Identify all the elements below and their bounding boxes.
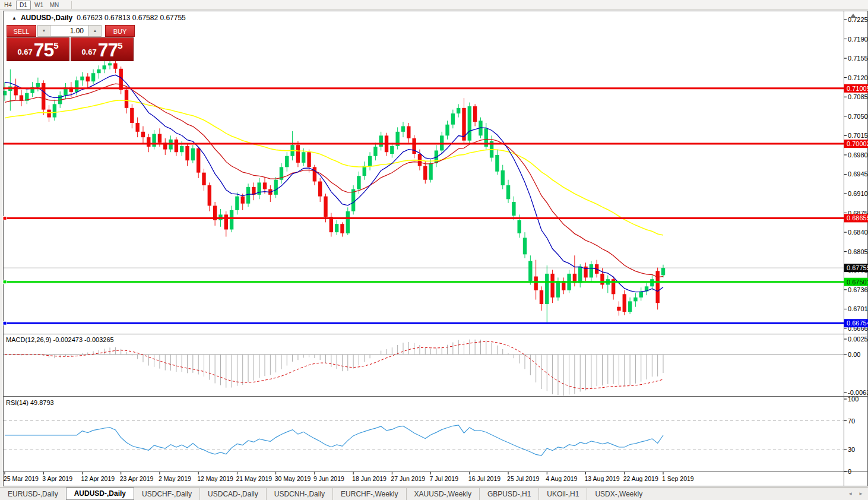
volume-input[interactable] — [50, 25, 88, 37]
timeframe-toolbar: H4 D1 W1 MN — [0, 0, 868, 10]
buy-price-box[interactable]: 0.67 77 5 — [71, 37, 134, 61]
chart-symbol-label: AUDUSD-,Daily — [21, 14, 72, 22]
svg-text:0.71900: 0.71900 — [848, 36, 868, 43]
macd-indicator-label: MACD(12,26,9) -0.002473 -0.003265 — [6, 336, 114, 343]
buy-price-prefix: 0.67 — [81, 46, 96, 59]
svg-text:0: 0 — [848, 468, 851, 475]
buy-price-big: 77 — [98, 41, 118, 59]
svg-text:22 Aug 2019: 22 Aug 2019 — [623, 475, 658, 482]
svg-text:25 Jul 2019: 25 Jul 2019 — [507, 475, 539, 482]
chart-tab[interactable]: GBPUSD-,H1 — [479, 488, 538, 500]
sell-price-big: 75 — [34, 41, 54, 59]
svg-text:0.70150: 0.70150 — [848, 132, 868, 139]
chart-tab[interactable]: USDCHF-,Daily — [134, 488, 199, 500]
svg-text:21 May 2019: 21 May 2019 — [236, 475, 272, 482]
svg-text:12 Apr 2019: 12 Apr 2019 — [81, 475, 115, 482]
svg-text:2 May 2019: 2 May 2019 — [159, 475, 191, 482]
svg-text:0.67010: 0.67010 — [848, 305, 868, 312]
tab-scroll-controls: ◄ ► — [848, 491, 863, 496]
svg-text:0.68050: 0.68050 — [848, 248, 868, 255]
svg-text:27 Jun 2019: 27 Jun 2019 — [391, 475, 425, 482]
rsi-indicator-label: RSI(14) 49.8793 — [6, 399, 54, 406]
svg-text:0.67501: 0.67501 — [847, 279, 868, 286]
svg-text:0.69450: 0.69450 — [848, 170, 868, 178]
chart-tab-bar: EURUSD-,DailyAUDUSD-,DailyUSDCHF-,DailyU… — [0, 487, 868, 500]
svg-text:0.71005: 0.71005 — [847, 85, 868, 92]
chart-canvas[interactable]: 0.722500.719000.715500.712000.708500.705… — [0, 0, 868, 500]
chart-tab[interactable]: USDCNH-,Daily — [266, 488, 332, 500]
chart-ohlc-values: 0.67623 0.67813 0.67582 0.67755 — [77, 14, 186, 22]
svg-text:25 Mar 2019: 25 Mar 2019 — [4, 475, 39, 482]
svg-text:30: 30 — [848, 446, 855, 453]
price-axis-badge: 0.67755 — [844, 264, 868, 272]
tab-scroll-left-icon[interactable]: ◄ — [848, 491, 853, 496]
svg-text:23 Apr 2019: 23 Apr 2019 — [120, 475, 154, 482]
svg-text:1 Sep 2019: 1 Sep 2019 — [662, 475, 694, 482]
svg-text:0.71200: 0.71200 — [848, 74, 868, 81]
chart-tab[interactable]: UKOil-,H1 — [538, 488, 587, 500]
svg-text:0.70850: 0.70850 — [848, 93, 868, 100]
svg-text:0.00: 0.00 — [848, 351, 860, 358]
sell-price-prefix: 0.67 — [17, 46, 32, 59]
svg-text:0.66754: 0.66754 — [847, 319, 868, 327]
timeframe-button-mn[interactable]: MN — [47, 1, 62, 10]
svg-text:9 Jun 2019: 9 Jun 2019 — [313, 475, 344, 482]
svg-text:18 Jun 2019: 18 Jun 2019 — [352, 475, 387, 482]
toolbar-separator — [71, 1, 72, 9]
price-axis-badge: 0.71005 — [844, 84, 868, 93]
volume-increase-icon[interactable]: ▲ — [88, 25, 102, 37]
svg-text:0.70002: 0.70002 — [847, 140, 868, 147]
svg-text:16 Jul 2019: 16 Jul 2019 — [468, 475, 500, 482]
timeframe-button-w1[interactable]: W1 — [31, 1, 46, 10]
svg-text:7 Jul 2019: 7 Jul 2019 — [430, 475, 459, 482]
svg-text:100: 100 — [848, 395, 859, 403]
svg-text:3 Apr 2019: 3 Apr 2019 — [42, 475, 72, 482]
timeframe-button-h4[interactable]: H4 — [1, 1, 15, 10]
one-click-trading-panel: SELL ▼ ▲ BUY 0.67 75 5 0.67 77 5 — [7, 25, 135, 61]
sell-price-box[interactable]: 0.67 75 5 — [7, 37, 69, 61]
svg-text:0.70500: 0.70500 — [848, 113, 868, 120]
svg-text:0.68400: 0.68400 — [848, 229, 868, 236]
sell-price-pipette: 5 — [53, 40, 58, 50]
price-axis-badge: 0.70002 — [844, 140, 868, 148]
price-axis-badge: 0.68655 — [844, 214, 868, 222]
svg-text:0.67755: 0.67755 — [847, 264, 868, 271]
sell-button[interactable]: SELL — [7, 25, 36, 37]
chart-tab[interactable]: EURCHF-,Weekly — [332, 488, 406, 500]
price-axis-badge: 0.67501 — [844, 278, 868, 286]
timeframe-button-d1[interactable]: D1 — [16, 1, 31, 10]
chart-tab[interactable]: USDCAD-,Daily — [199, 488, 266, 500]
chart-title-row: ▲ AUDUSD-,Daily 0.67623 0.67813 0.67582 … — [12, 14, 186, 22]
chart-tab[interactable]: USDX-,Weekly — [587, 488, 650, 500]
svg-text:4 Aug 2019: 4 Aug 2019 — [546, 475, 577, 482]
chart-tab[interactable]: AUDUSD-,Daily — [66, 488, 134, 500]
buy-price-pipette: 5 — [118, 40, 122, 50]
svg-text:0.69800: 0.69800 — [848, 151, 868, 159]
buy-button[interactable]: BUY — [105, 25, 135, 37]
volume-spinner: ▼ ▲ — [37, 25, 104, 37]
chart-tab[interactable]: XAUUSD-,Weekly — [406, 488, 479, 500]
trading-platform-window: 0.722500.719000.715500.712000.708500.705… — [0, 0, 868, 500]
svg-text:0.69100: 0.69100 — [848, 190, 868, 197]
svg-text:0.68655: 0.68655 — [847, 214, 868, 221]
tab-scroll-right-icon[interactable]: ► — [859, 491, 863, 496]
svg-text:13 Aug 2019: 13 Aug 2019 — [585, 475, 620, 482]
svg-text:70: 70 — [848, 417, 855, 425]
svg-text:0.002574: 0.002574 — [848, 336, 868, 343]
collapse-panel-icon[interactable]: ▲ — [12, 15, 17, 21]
volume-decrease-icon[interactable]: ▼ — [37, 25, 50, 37]
svg-text:30 May 2019: 30 May 2019 — [275, 475, 311, 482]
svg-text:0.67360: 0.67360 — [848, 286, 868, 293]
svg-text:0.71550: 0.71550 — [848, 55, 868, 62]
price-axis-badge: 0.66754 — [844, 319, 868, 327]
svg-text:12 May 2019: 12 May 2019 — [197, 475, 233, 482]
chart-tab[interactable]: EURUSD-,Daily — [0, 488, 66, 500]
